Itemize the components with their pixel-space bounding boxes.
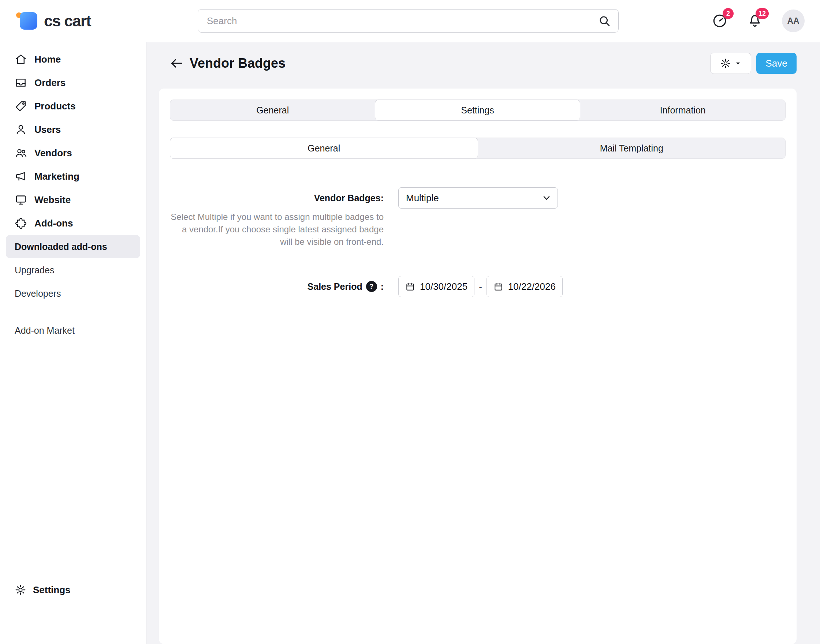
sidebar-item-label: Products (34, 101, 76, 112)
vendors-icon (15, 147, 27, 159)
logo[interactable]: cs cart (0, 10, 146, 31)
sidebar-item-label: Orders (34, 77, 66, 89)
sidebar-item-label: Developers (15, 288, 61, 299)
chevron-down-icon (734, 60, 742, 67)
sidebar-item-label: Marketing (34, 171, 80, 182)
sidebar-item-users[interactable]: Users (0, 118, 146, 141)
gear-icon (720, 58, 731, 69)
logo-text: cs cart (44, 12, 91, 30)
label-colon: : (381, 281, 384, 292)
tab-settings[interactable]: Settings (375, 100, 580, 121)
sidebar-item-website[interactable]: Website (0, 188, 146, 212)
search-bar (198, 9, 619, 32)
vendor-badges-hint: Select Multiple if you want to assign mu… (170, 211, 384, 248)
main-content: Vendor Badges Save General Settings Info… (146, 42, 820, 644)
sidebar-item-upgrades[interactable]: Upgrades (0, 258, 146, 282)
vendor-badges-select[interactable]: Multiple (398, 187, 558, 209)
search-icon[interactable] (598, 15, 611, 27)
sidebar-item-downloaded-addons[interactable]: Downloaded add-ons (6, 235, 140, 258)
sidebar-item-orders[interactable]: Orders (0, 71, 146, 94)
sidebar-item-marketing[interactable]: Marketing (0, 165, 146, 188)
sidebar-item-vendors[interactable]: Vendors (0, 141, 146, 165)
sales-period-end-input[interactable]: 10/22/2026 (487, 276, 563, 297)
website-icon (15, 193, 27, 206)
home-icon (15, 53, 27, 66)
back-button[interactable] (169, 56, 184, 71)
page-header: Vendor Badges Save (159, 53, 797, 74)
top-actions: 2 12 AA (712, 9, 820, 32)
marketing-icon (15, 170, 27, 182)
cscart-logo-icon (16, 10, 37, 31)
vendor-badges-label: Vendor Badges: (170, 187, 384, 209)
page-title: Vendor Badges (190, 56, 286, 71)
sidebar-item-label: Users (34, 124, 61, 135)
sidebar: Home Orders Products Users Vendors Marke… (0, 42, 146, 644)
sidebar-item-developers[interactable]: Developers (0, 282, 146, 305)
primary-tabs: General Settings Information (170, 100, 786, 121)
sidebar-item-addon-market[interactable]: Add-on Market (0, 319, 146, 342)
sales-period-row: Sales Period ? : 10/30/2025 - (170, 276, 786, 297)
addons-icon (15, 217, 27, 229)
calendar-icon (493, 282, 503, 291)
sidebar-item-home[interactable]: Home (0, 48, 146, 71)
help-icon[interactable]: ? (366, 281, 377, 292)
tab-information[interactable]: Information (580, 100, 785, 120)
sidebar-item-label: Add-ons (34, 218, 73, 229)
sidebar-item-label: Upgrades (15, 265, 54, 276)
sales-period-label: Sales Period (307, 281, 362, 292)
sidebar-item-label: Home (34, 54, 61, 65)
back-arrow-icon (169, 56, 184, 71)
sales-period-end-value: 10/22/2026 (508, 281, 556, 292)
timer-button[interactable]: 2 (712, 13, 728, 29)
sales-period-start-input[interactable]: 10/30/2025 (398, 276, 474, 297)
save-button[interactable]: Save (756, 53, 797, 74)
secondary-tabs: General Mail Templating (170, 138, 786, 159)
settings-card: General Settings Information General Mai… (159, 89, 797, 644)
sidebar-item-settings[interactable]: Settings (0, 578, 146, 601)
sidebar-item-label: Downloaded add-ons (15, 241, 107, 252)
sales-period-start-value: 10/30/2025 (420, 281, 467, 292)
timer-badge: 2 (723, 8, 734, 19)
header-actions: Save (710, 53, 797, 74)
tab-settings-general[interactable]: General (170, 138, 478, 159)
tab-mail-templating[interactable]: Mail Templating (478, 138, 786, 158)
top-bar: cs cart 2 12 AA (0, 0, 820, 42)
tab-general[interactable]: General (170, 100, 375, 120)
settings-form: Vendor Badges: Select Multiple if you wa… (170, 187, 786, 297)
sidebar-item-addons[interactable]: Add-ons (0, 212, 146, 235)
sidebar-divider (15, 312, 124, 312)
sidebar-item-products[interactable]: Products (0, 94, 146, 118)
vendor-badges-row: Vendor Badges: Select Multiple if you wa… (170, 187, 786, 248)
notifications-button[interactable]: 12 (747, 13, 763, 29)
sidebar-item-label: Add-on Market (15, 325, 75, 336)
calendar-icon (405, 282, 415, 291)
avatar[interactable]: AA (782, 9, 805, 32)
settings-dropdown-button[interactable] (710, 53, 751, 74)
sidebar-item-label: Settings (33, 584, 71, 596)
sidebar-item-label: Vendors (34, 147, 72, 159)
gear-icon (15, 584, 26, 596)
notifications-badge: 12 (756, 8, 769, 19)
search-input[interactable] (198, 9, 619, 32)
products-icon (15, 100, 27, 112)
orders-icon (15, 77, 27, 89)
sidebar-item-label: Website (34, 194, 71, 205)
users-icon (15, 123, 27, 136)
date-range-separator: - (479, 281, 482, 292)
